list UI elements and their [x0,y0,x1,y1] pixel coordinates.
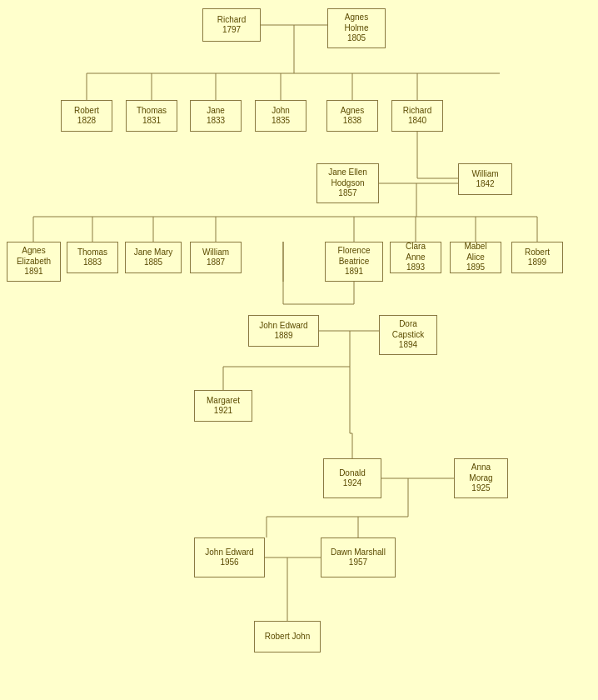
person-margaret1921: Margaret 1921 [194,390,252,422]
family-tree: Richard 1797Agnes Holme 1805Robert 1828T… [0,0,598,700]
person-william1842: William 1842 [458,163,512,195]
person-robert_john: Robert John [254,621,321,652]
person-jane_mary1885: Jane Mary 1885 [125,242,182,273]
person-john_edward1956: John Edward 1956 [194,538,265,578]
person-john1835: John 1835 [255,100,306,132]
person-thomas1883: Thomas 1883 [67,242,118,273]
person-agnes1838: Agnes 1838 [326,100,378,132]
person-richard1840: Richard 1840 [391,100,443,132]
person-jane1833: Jane 1833 [190,100,242,132]
person-dawn_marshall1957: Dawn Marshall 1957 [321,538,396,578]
person-robert1899: Robert 1899 [511,242,563,273]
person-mabel1895: Mabel Alice 1895 [450,242,501,273]
person-john_edward1889: John Edward 1889 [248,315,319,347]
person-anna1925: Anna Morag 1925 [454,458,508,498]
person-florence1891: Florence Beatrice 1891 [325,242,383,282]
person-agnes_elizabeth1891: Agnes Elizabeth 1891 [7,242,61,282]
person-dora1894: Dora Capstick 1894 [379,315,437,355]
person-richard1797: Richard 1797 [202,8,261,42]
person-agnes_holme1805: Agnes Holme 1805 [327,8,386,48]
person-donald1924: Donald 1924 [323,458,381,498]
person-jane_ellen1857: Jane Ellen Hodgson 1857 [316,163,379,203]
person-thomas1831: Thomas 1831 [126,100,177,132]
person-william1887: William 1887 [190,242,242,273]
person-robert1828: Robert 1828 [61,100,112,132]
person-clara1893: Clara Anne 1893 [390,242,441,273]
